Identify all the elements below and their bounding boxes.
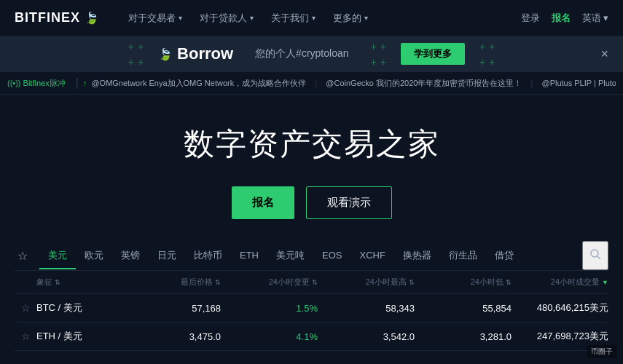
ticker-content: ↑ @OMGnetwork Enya加入OMG Network，成为战略合作伙伴… — [83, 78, 616, 89]
banner-logo: 🍃 Borrow — [158, 44, 233, 63]
svg-line-1 — [597, 256, 600, 259]
sort-icon: ⇅ — [312, 279, 318, 286]
hero-section: 数字资产交易之家 报名 观看演示 — [0, 95, 623, 241]
plus-icon: + — [138, 41, 144, 52]
btc-low: 55,854 — [415, 303, 512, 314]
close-button[interactable]: × — [600, 47, 608, 62]
header-volume[interactable]: 24小时成交量 ▼ — [512, 277, 608, 288]
tab-btc[interactable]: 比特币 — [185, 243, 231, 269]
plus-icon: + — [479, 41, 485, 52]
nav-traders[interactable]: 对于交易者 ▾ — [121, 7, 189, 29]
plus-icon: + — [489, 56, 495, 68]
eth-price: 3,475.0 — [124, 331, 221, 342]
sort-icon: ▼ — [602, 279, 608, 286]
ticker-divider: | — [76, 76, 79, 90]
header-symbol[interactable]: 象征 ⇅ — [36, 277, 124, 288]
tab-exchanger[interactable]: 换热器 — [394, 243, 440, 269]
logo: BITFINEX 🍃 — [15, 10, 99, 25]
plus-icon: + — [371, 41, 377, 52]
tab-gbp[interactable]: 英镑 — [112, 243, 149, 269]
eth-low: 3,281.0 — [415, 331, 512, 342]
btc-volume: 480,646,215美元 — [512, 301, 608, 314]
tab-usd[interactable]: 美元 — [39, 243, 76, 269]
table-header: 象征 ⇅ 最后价格 ⇅ 24小时变更 ⇅ 24小时最高 ⇅ 24小时低 ⇅ 24… — [15, 271, 608, 294]
plus-icon: + — [479, 56, 485, 68]
chevron-down-icon: ▾ — [603, 12, 608, 23]
tab-lending[interactable]: 借贷 — [486, 243, 522, 269]
market-section: ☆ 美元 欧元 英镑 日元 比特币 ETH 美元吨 EOS XCHF 换热器 — [0, 241, 623, 351]
tab-eos[interactable]: EOS — [313, 244, 350, 268]
ticker-bar: ((•)) Bitfinex脉冲 | ↑ @OMGnetwork Enya加入O… — [0, 71, 623, 95]
plus-icon: + — [371, 56, 377, 68]
row-favorite-btc[interactable]: ☆ — [15, 302, 36, 314]
star-icon: ☆ — [21, 331, 31, 342]
tab-xchf[interactable]: XCHF — [350, 244, 393, 268]
tab-udt[interactable]: 美元吨 — [267, 243, 313, 269]
favorites-star-button[interactable]: ☆ — [15, 243, 31, 269]
watermark: 币圈子 — [587, 345, 617, 358]
sort-icon: ⇅ — [215, 279, 221, 286]
banner-title: Borrow — [177, 44, 233, 63]
chevron-down-icon: ▾ — [364, 14, 368, 22]
banner-decoration-middle: + + + + — [371, 41, 386, 68]
eth-symbol: ETH / 美元 — [36, 330, 124, 343]
ticker-prefix: ((•)) Bitfinex脉冲 — [7, 78, 66, 89]
banner-subtitle: 您的个人#cryptoloan — [255, 47, 348, 60]
header-low[interactable]: 24小时低 ⇅ — [415, 277, 512, 288]
language-selector[interactable]: 英语 ▾ — [582, 12, 608, 25]
nav-items: 对于交易者 ▾ 对于贷款人 ▾ 关于我们 ▾ 更多的 ▾ — [121, 7, 521, 29]
market-tabs: ☆ 美元 欧元 英镑 日元 比特币 ETH 美元吨 EOS XCHF 换热器 — [15, 241, 608, 271]
logo-text: BITFINEX — [15, 10, 80, 25]
tab-jpy[interactable]: 日元 — [149, 243, 185, 269]
eth-high: 3,542.0 — [318, 331, 415, 342]
chevron-down-icon: ▾ — [179, 14, 182, 22]
borrow-leaf-icon: 🍃 — [158, 47, 173, 61]
nav-about[interactable]: 关于我们 ▾ — [264, 7, 323, 29]
row-favorite-eth[interactable]: ☆ — [15, 331, 36, 342]
search-button[interactable] — [582, 241, 608, 270]
hero-title: 数字资产交易之家 — [184, 124, 440, 165]
nav-more[interactable]: 更多的 ▾ — [326, 7, 375, 29]
market-table: 象征 ⇅ 最后价格 ⇅ 24小时变更 ⇅ 24小时最高 ⇅ 24小时低 ⇅ 24… — [15, 271, 608, 351]
plus-icon: + — [128, 56, 134, 68]
btc-high: 58,343 — [318, 303, 415, 314]
signup-button[interactable]: 报名 — [232, 186, 294, 219]
header-star — [15, 277, 36, 288]
btc-price: 57,168 — [124, 303, 221, 314]
sort-icon: ⇅ — [409, 279, 415, 286]
table-row: ☆ ETH / 美元 3,475.0 4.1% 3,542.0 3,281.0 … — [15, 323, 608, 351]
logo-leaf-icon: 🍃 — [85, 11, 99, 25]
chevron-down-icon: ▾ — [250, 14, 254, 22]
borrow-banner: + + + + 🍃 Borrow 您的个人#cryptoloan + + + +… — [0, 36, 623, 71]
chevron-down-icon: ▾ — [312, 14, 316, 22]
sort-icon: ⇅ — [55, 279, 60, 286]
tab-derivatives[interactable]: 衍生品 — [440, 243, 486, 269]
search-icon — [589, 248, 601, 260]
plus-icon: + — [489, 41, 495, 52]
tab-eth[interactable]: ETH — [231, 244, 267, 268]
btc-symbol: BTC / 美元 — [36, 301, 124, 314]
learn-more-button[interactable]: 学到更多 — [401, 43, 465, 65]
navbar: BITFINEX 🍃 对于交易者 ▾ 对于贷款人 ▾ 关于我们 ▾ 更多的 ▾ … — [0, 0, 623, 36]
nav-right: 登录 报名 英语 ▾ — [521, 12, 608, 25]
plus-icon: + — [380, 56, 386, 68]
plus-icon: + — [128, 41, 134, 52]
login-link[interactable]: 登录 — [521, 12, 540, 25]
demo-button[interactable]: 观看演示 — [306, 186, 392, 219]
star-icon: ☆ — [21, 302, 31, 314]
btc-change: 1.5% — [221, 303, 318, 314]
header-change[interactable]: 24小时变更 ⇅ — [221, 277, 318, 288]
svg-point-0 — [591, 250, 598, 257]
tab-eur[interactable]: 欧元 — [76, 243, 112, 269]
plus-icon: + — [138, 56, 144, 68]
hero-buttons: 报名 观看演示 — [232, 186, 392, 219]
banner-decoration-right: + + + + — [479, 41, 495, 68]
plus-icon: + — [380, 41, 386, 52]
register-link[interactable]: 报名 — [552, 12, 571, 25]
eth-volume: 247,698,723美元 — [512, 330, 608, 343]
header-high[interactable]: 24小时最高 ⇅ — [318, 277, 415, 288]
nav-lenders[interactable]: 对于贷款人 ▾ — [192, 7, 261, 29]
eth-change: 4.1% — [221, 331, 318, 342]
sort-icon: ⇅ — [506, 279, 512, 286]
header-price[interactable]: 最后价格 ⇅ — [124, 277, 221, 288]
